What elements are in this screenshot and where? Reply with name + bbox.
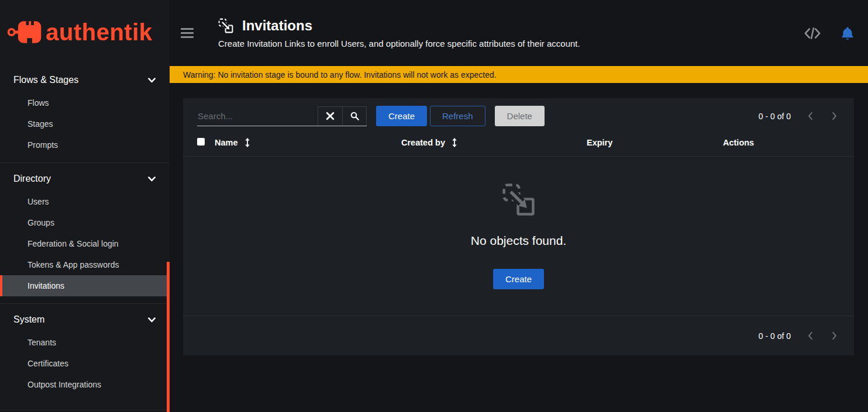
sidebar-item-certificates[interactable]: Certificates [0, 353, 170, 374]
page-header: Invitations Create Invitation Links to e… [170, 0, 868, 66]
sidebar-group-directory[interactable]: Directory [0, 167, 170, 191]
sidebar-item-flows[interactable]: Flows [0, 92, 170, 113]
empty-state-create-button[interactable]: Create [493, 269, 544, 289]
sidebar-group-label: Directory [13, 174, 51, 184]
chevron-right-icon [832, 331, 838, 340]
brand-name: authentik [46, 19, 152, 46]
create-button[interactable]: Create [376, 106, 427, 126]
chevron-down-icon [148, 176, 156, 182]
hamburger-menu-icon[interactable] [178, 22, 196, 44]
main-area: Invitations Create Invitation Links to e… [170, 0, 868, 412]
notifications-bell-icon[interactable] [840, 26, 855, 41]
topbar-actions [804, 26, 855, 41]
sidebar-item-prompts[interactable]: Prompts [0, 134, 170, 155]
brand-logo[interactable]: authentik [0, 0, 170, 64]
pagination-label: 0 - 0 of 0 [759, 331, 791, 341]
pagination-label: 0 - 0 of 0 [759, 112, 791, 121]
chevron-left-icon [807, 331, 813, 340]
sidebar-item-users[interactable]: Users [0, 191, 170, 212]
page-subtitle: Create Invitation Links to enroll Users,… [218, 39, 580, 49]
prev-page-button[interactable] [805, 329, 815, 342]
sidebar-section-system: System Tenants Certificates Outpost Inte… [0, 303, 170, 402]
sidebar-item-stages[interactable]: Stages [0, 113, 170, 134]
sidebar: authentik Flows & Stages Flows Stages Pr… [0, 0, 170, 412]
sidebar-item-tokens-app-passwords[interactable]: Tokens & App passwords [0, 254, 170, 275]
search-button[interactable] [342, 107, 366, 126]
sort-arrows-icon[interactable] [452, 138, 457, 147]
page-title: Invitations [242, 18, 312, 34]
api-code-icon[interactable] [804, 26, 821, 40]
content-area: Create Refresh Delete 0 - 0 of 0 [170, 83, 868, 412]
chevron-right-icon [832, 112, 838, 120]
sidebar-section-directory: Directory Users Groups Federation & Soci… [0, 162, 170, 303]
empty-state-message: No objects found. [471, 234, 566, 248]
sidebar-divider [0, 410, 170, 410]
column-header-created-by: Created by [401, 138, 445, 147]
clear-x-icon [326, 112, 335, 120]
sidebar-item-invitations[interactable]: Invitations [0, 275, 170, 296]
column-header-actions: Actions [723, 138, 754, 147]
sidebar-item-groups[interactable]: Groups [0, 212, 170, 233]
chevron-down-icon [148, 78, 156, 83]
card-footer: 0 - 0 of 0 [183, 316, 854, 355]
search-group [197, 106, 367, 126]
no-objects-migration-icon [502, 183, 535, 216]
chevron-left-icon [807, 112, 813, 120]
sidebar-group-system[interactable]: System [0, 307, 170, 332]
warning-banner: Warning: No invitation stage is bound to… [170, 66, 868, 83]
authentik-logo-icon [7, 16, 42, 48]
next-page-button[interactable] [829, 109, 840, 123]
sidebar-item-outpost-integrations[interactable]: Outpost Integrations [0, 374, 170, 395]
sidebar-group-label: System [13, 314, 44, 325]
select-all-checkbox[interactable] [197, 138, 205, 146]
clear-search-button[interactable] [318, 107, 342, 126]
sidebar-item-tenants[interactable]: Tenants [0, 332, 170, 353]
header-text: Invitations Create Invitation Links to e… [218, 18, 580, 49]
pagination-bottom: 0 - 0 of 0 [759, 329, 840, 342]
empty-state: No objects found. Create [183, 157, 854, 316]
pagination-top: 0 - 0 of 0 [759, 109, 840, 123]
column-header-expiry: Expiry [587, 138, 612, 147]
prev-page-button[interactable] [805, 109, 815, 123]
delete-button[interactable]: Delete [495, 106, 545, 126]
chevron-down-icon [148, 317, 156, 323]
next-page-button[interactable] [829, 329, 840, 342]
invitations-card: Create Refresh Delete 0 - 0 of 0 [183, 98, 854, 355]
search-input[interactable] [197, 106, 318, 126]
sidebar-section-flows-stages: Flows & Stages Flows Stages Prompts [0, 64, 170, 162]
table-header-row: Name Created by Expiry Actions [183, 133, 854, 157]
warning-text: Warning: No invitation stage is bound to… [183, 70, 497, 79]
magnifier-icon [350, 112, 359, 120]
refresh-button[interactable]: Refresh [430, 106, 485, 126]
sidebar-group-flows-stages[interactable]: Flows & Stages [0, 68, 170, 92]
sidebar-item-federation-social-login[interactable]: Federation & Social login [0, 233, 170, 254]
toolbar: Create Refresh Delete 0 - 0 of 0 [183, 98, 854, 133]
invitation-migration-icon [218, 18, 233, 33]
sidebar-group-label: Flows & Stages [13, 75, 78, 85]
column-header-name: Name [215, 138, 238, 147]
sort-arrows-icon[interactable] [244, 138, 250, 147]
sidebar-scrollbar[interactable] [167, 262, 170, 412]
